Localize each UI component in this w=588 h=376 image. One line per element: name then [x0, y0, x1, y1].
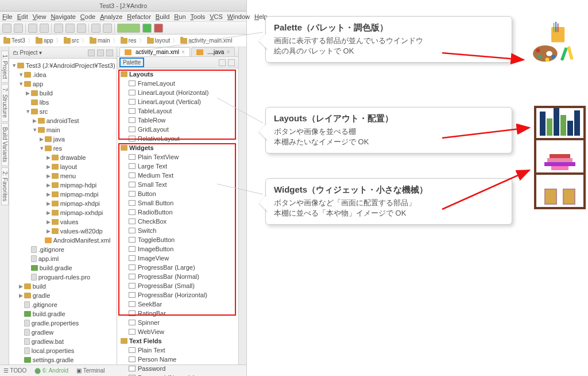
palette-item[interactable]: CheckBox: [118, 217, 237, 226]
palette-item[interactable]: Plain Text: [118, 346, 237, 355]
tree-item[interactable]: gradle.properties: [9, 319, 117, 328]
tree-item[interactable]: .gitignore: [9, 245, 117, 254]
palette-group-layouts[interactable]: Layouts: [118, 70, 237, 79]
tree-item[interactable]: ▶java: [9, 135, 117, 144]
palette-item[interactable]: RadioButton: [118, 208, 237, 217]
left-gutter[interactable]: 1: Project7: StructureBuild Variants2: F…: [0, 47, 9, 365]
toolbar[interactable]: [0, 22, 246, 34]
editor-tabs[interactable]: activity_main.xml×....java×: [117, 47, 238, 57]
menu-file[interactable]: File: [2, 13, 13, 20]
tree-item[interactable]: ▶mipmap-xhdpi: [9, 199, 117, 208]
debug-button[interactable]: [154, 24, 163, 33]
tree-item[interactable]: build.gradle: [9, 263, 117, 273]
palette-item[interactable]: TableRow: [118, 116, 237, 125]
project-tree[interactable]: ▼Test3 (J:¥AndroidProject¥Test3) ▼.idea▼…: [9, 59, 117, 365]
menu-edit[interactable]: Edit: [17, 13, 28, 20]
palette-item[interactable]: TableLayout: [118, 106, 237, 116]
run-button[interactable]: [142, 24, 152, 33]
palette-item[interactable]: Small Text: [118, 180, 237, 189]
right-gutter[interactable]: [238, 47, 246, 365]
hide-icon[interactable]: [106, 49, 113, 56]
menu-view[interactable]: View: [33, 13, 47, 20]
menu-analyze[interactable]: Analyze: [100, 13, 122, 20]
breadcrumb-item[interactable]: layout: [147, 37, 171, 44]
tree-item[interactable]: ▼.idea: [9, 70, 117, 79]
tree-item[interactable]: gradlew: [9, 328, 117, 337]
tree-item[interactable]: libs: [9, 98, 117, 107]
palette-item[interactable]: ProgressBar (Normal): [118, 272, 237, 281]
save-icon[interactable]: [14, 24, 23, 33]
tree-item[interactable]: settings.gradle: [9, 355, 117, 365]
palette-item[interactable]: Small Button: [118, 198, 237, 208]
palette-item[interactable]: Password (Numeric): [118, 373, 237, 376]
tree-item[interactable]: local.properties: [9, 346, 117, 355]
tree-item[interactable]: ▼src: [9, 107, 117, 116]
tree-item[interactable]: ▶values-w820dp: [9, 227, 117, 236]
palette-group-text-fields[interactable]: Text Fields: [118, 336, 237, 346]
palette-item[interactable]: RelativeLayout: [118, 134, 237, 143]
tree-item[interactable]: ▶mipmap-xxhdpi: [9, 208, 117, 217]
gear-icon[interactable]: [97, 49, 104, 56]
tree-item[interactable]: ▶values: [9, 217, 117, 227]
breadcrumb-item[interactable]: activity_main.xml: [180, 37, 232, 44]
menu-window[interactable]: Window: [227, 13, 250, 20]
redo-icon[interactable]: [40, 24, 49, 33]
tree-item[interactable]: app.iml: [9, 254, 117, 263]
tree-item[interactable]: ▶build: [9, 89, 117, 98]
editor-tab[interactable]: activity_main.xml×: [119, 47, 190, 56]
palette-item[interactable]: GridLayout: [118, 125, 237, 134]
cut-icon[interactable]: [54, 24, 63, 33]
collapse-icon[interactable]: [88, 49, 95, 56]
sidetab[interactable]: 2: Favorites: [1, 167, 9, 205]
palette-item[interactable]: ImageButton: [118, 244, 237, 254]
menu-navigate[interactable]: Navigate: [51, 13, 75, 20]
editor-tab[interactable]: ....java×: [191, 47, 235, 56]
close-icon[interactable]: ×: [226, 49, 230, 55]
palette-item[interactable]: ProgressBar (Large): [118, 263, 237, 272]
palette-item[interactable]: ProgressBar (Horizontal): [118, 290, 237, 300]
run-config-dropdown[interactable]: [117, 24, 140, 33]
palette-item[interactable]: FrameLayout: [118, 79, 237, 88]
menu-refactor[interactable]: Refactor: [127, 13, 151, 20]
breadcrumb-item[interactable]: main: [90, 37, 110, 44]
sidetab[interactable]: 1: Project: [1, 51, 9, 83]
palette-item[interactable]: SeekBar: [118, 300, 237, 309]
undo-icon[interactable]: [28, 24, 37, 33]
tree-item[interactable]: ▶drawable: [9, 153, 117, 162]
status-terminal[interactable]: Terminal: [83, 367, 105, 374]
sidetab[interactable]: 7: Structure: [1, 84, 9, 122]
palette-item[interactable]: Spinner: [118, 318, 237, 327]
palette-item[interactable]: Medium Text: [118, 171, 237, 180]
avd-icon[interactable]: [103, 24, 112, 33]
close-icon[interactable]: ×: [181, 49, 185, 55]
palette-gear-icon[interactable]: [219, 59, 226, 66]
tree-item[interactable]: ▶gradle: [9, 291, 117, 300]
palette-item[interactable]: Plain TextView: [118, 152, 237, 162]
menu-tools[interactable]: Tools: [191, 13, 206, 20]
tree-item[interactable]: AndroidManifest.xml: [9, 236, 117, 245]
breadcrumb-item[interactable]: src: [64, 37, 79, 44]
paste-icon[interactable]: [77, 24, 86, 33]
tree-item[interactable]: gradlew.bat: [9, 337, 117, 346]
breadcrumb-item[interactable]: Test3: [3, 37, 25, 44]
breadcrumb-item[interactable]: app: [36, 37, 53, 44]
tree-item[interactable]: ▼main: [9, 125, 117, 135]
palette-dock-icon[interactable]: [228, 59, 235, 66]
status-todo[interactable]: TODO: [10, 367, 27, 374]
sidetab[interactable]: Build Variants: [1, 123, 9, 166]
breadcrumb-item[interactable]: res: [121, 37, 137, 44]
tree-item[interactable]: .gitignore: [9, 300, 117, 309]
status-android[interactable]: 6: Android: [42, 367, 68, 374]
tree-item[interactable]: ▶mipmap-hdpi: [9, 181, 117, 190]
palette-item[interactable]: Button: [118, 189, 237, 198]
menu-bar[interactable]: FileEditViewNavigateCodeAnalyzeRefactorB…: [0, 11, 246, 22]
tree-item[interactable]: ▶layout: [9, 162, 117, 171]
palette-item[interactable]: ToggleButton: [118, 235, 237, 244]
tree-item[interactable]: ▶androidTest: [9, 116, 117, 125]
tree-item[interactable]: proguard-rules.pro: [9, 273, 117, 282]
build-icon[interactable]: [91, 24, 100, 33]
breadcrumb[interactable]: Test3〉 app〉 src〉 main〉 res〉 layout〉 acti…: [0, 34, 246, 47]
palette-body[interactable]: LayoutsFrameLayoutLinearLayout (Horizont…: [117, 68, 238, 376]
menu-code[interactable]: Code: [80, 13, 95, 20]
palette-item[interactable]: LinearLayout (Vertical): [118, 97, 237, 106]
